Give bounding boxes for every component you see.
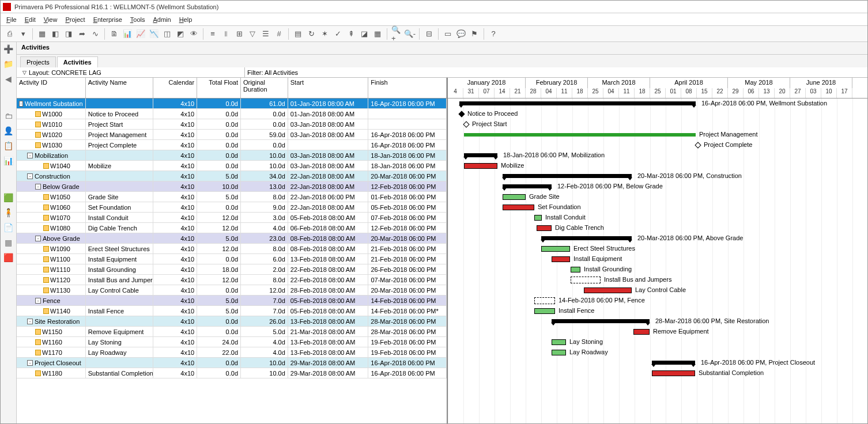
table-row[interactable]: W1130Lay Control Cable4x100.0d12.0d28-Fe… [17,285,447,296]
task-bar[interactable] [534,215,542,221]
bars-icon[interactable]: ≡ [207,28,218,40]
level-icon[interactable]: ⇞ [345,28,357,40]
table-row[interactable]: W1020Project Management4x100.0d59.0d03-J… [17,130,447,140]
summary-bar[interactable] [503,174,632,178]
file-icon[interactable]: 🗀 [3,111,14,122]
zoomin-icon[interactable]: 🔍+ [391,28,402,40]
task-bar[interactable] [652,370,695,376]
task-bar[interactable] [537,225,552,231]
task-bar[interactable] [571,267,580,272]
split-icon[interactable]: ⊟ [423,28,435,40]
summary-bar[interactable] [541,236,632,240]
sched-icon[interactable]: ▤ [292,28,304,40]
milestone-icon[interactable] [463,121,469,127]
back-icon[interactable]: ◀ [3,74,14,85]
table-row[interactable]: W1160Lay Stoning4x1024.0d4.0d13-Feb-2018… [17,337,447,347]
calc-icon[interactable]: ✶ [319,28,330,40]
menu-view[interactable]: View [44,16,58,23]
tab-projects[interactable]: Projects [20,56,56,67]
task-bar[interactable] [464,133,696,137]
menu-tools[interactable]: Tools [130,16,145,23]
preview-icon[interactable]: ▾ [17,28,29,40]
person-icon[interactable]: 🧍 [3,208,14,218]
table-row[interactable]: W1150Remove Equipment4x100.0d5.0d21-Mar-… [17,327,447,337]
layout-icon[interactable]: ◧ [50,28,61,40]
table-row[interactable]: W1180Substantial Completion4x100.0d10.0d… [17,368,447,378]
summary-bar[interactable] [503,184,552,188]
task-bar[interactable] [541,246,570,252]
grid2-icon[interactable]: ▦ [3,238,14,248]
table-row[interactable]: W1010Project Start4x100.0d0.0d03-Jan-201… [17,119,447,130]
col-total-float[interactable]: Total Float [197,78,241,98]
task-bar[interactable] [584,287,632,293]
table-row[interactable]: W1060Set Foundation4x100.0d9.0d22-Jan-20… [17,202,447,213]
chart4-icon[interactable]: ◫ [161,28,173,40]
table-row[interactable]: -Site Restoration4x100.0d26.0d13-Feb-201… [17,316,447,327]
user-icon[interactable]: 👤 [3,126,14,137]
task-bar[interactable] [552,339,566,345]
table-row[interactable]: W1030Project Complete4x100.0d0.0d16-Apr-… [17,140,447,150]
help-icon[interactable]: ? [488,28,499,40]
col-calendar[interactable]: Calendar [153,78,197,98]
note-icon[interactable]: ▭ [442,28,454,40]
summary-bar[interactable] [652,361,695,365]
table-row[interactable]: -Above Grade4x105.0d23.0d08-Feb-2018 08:… [17,233,447,244]
menu-edit[interactable]: Edit [25,16,36,23]
menu-help[interactable]: Help [179,16,193,23]
summary-bar[interactable] [552,319,650,323]
col-activity-name[interactable]: Activity Name [86,78,154,98]
table-row[interactable]: -Project Closeout4x100.0d10.0d29-Mar-201… [17,358,447,368]
filter-icon[interactable]: ▽ [247,28,258,40]
summary-bar[interactable] [464,153,497,157]
refresh-icon[interactable]: ↻ [305,28,317,40]
expand-icon[interactable]: - [35,184,41,190]
task-bar[interactable] [534,297,555,304]
res-icon[interactable]: ▦ [372,28,383,40]
expand-icon[interactable]: - [35,298,41,304]
zoomout-icon[interactable]: 🔍- [404,28,416,40]
milestone-icon[interactable] [458,111,465,117]
table-row[interactable]: W1070Install Conduit4x1012.0d3.0d05-Feb-… [17,213,447,223]
menu-file[interactable]: File [6,16,17,23]
filter-display[interactable]: Filter: All Activities [245,67,867,77]
flag-icon[interactable]: ⚑ [469,28,480,40]
table-row[interactable]: W1000Notice to Proceed4x100.0d0.0d01-Jan… [17,109,447,119]
doc-icon[interactable]: 🗎 [108,28,120,40]
task-bar[interactable] [503,194,526,200]
chart3-icon[interactable]: 📉 [148,28,160,40]
task-bar[interactable] [503,205,534,210]
table-row[interactable]: -Below Grade4x1010.0d13.0d22-Jan-2018 08… [17,181,447,192]
layout-selector[interactable]: ▽Layout: CONCRETE LAG [17,67,245,77]
col-orig-duration[interactable]: Original Duration [241,78,288,98]
menu-admin[interactable]: Admin [153,16,171,23]
col-activity-id[interactable]: Activity ID [17,78,86,98]
wbs-icon[interactable]: ◪ [358,28,370,40]
doc2-icon[interactable]: 📄 [3,223,14,233]
table-row[interactable]: W1100Install Equipment4x100.0d6.0d13-Feb… [17,254,447,264]
expand-icon[interactable]: - [27,319,33,324]
table-row[interactable]: W1170Lay Roadway4x1022.0d4.0d13-Feb-2018… [17,347,447,358]
expand-icon[interactable]: - [27,360,33,366]
spell-icon[interactable]: ✓ [332,28,344,40]
summary-bar[interactable] [459,101,696,105]
arrow-icon[interactable]: ➦ [76,28,88,40]
task-bar[interactable] [534,308,555,314]
task-bar[interactable] [633,329,650,335]
table-row[interactable]: W1080Dig Cable Trench4x1012.0d4.0d06-Feb… [17,223,447,233]
expand-icon[interactable]: - [27,173,33,179]
chat-icon[interactable]: 💬 [455,28,467,40]
table-row[interactable]: -Fence4x105.0d7.0d05-Feb-2018 08:00 AM14… [17,296,447,306]
table-row[interactable]: W1050Grade Site4x105.0d8.0d22-Jan-2018 0… [17,192,447,202]
table-row[interactable]: W1140Install Fence4x105.0d7.0d05-Feb-201… [17,306,447,316]
cols-icon[interactable]: ⫴ [220,28,232,40]
clipboard-icon[interactable]: 📋 [3,141,14,152]
add-icon[interactable]: ➕ [3,44,14,55]
chart5-icon[interactable]: ◩ [175,28,186,40]
chart2-icon[interactable]: 📈 [135,28,146,40]
grid-icon[interactable]: ▦ [36,28,48,40]
chart1-icon[interactable]: 📊 [122,28,133,40]
menu-project[interactable]: Project [65,16,85,23]
table-row[interactable]: -Construction4x105.0d34.0d22-Jan-2018 08… [17,171,447,181]
expand-icon[interactable]: - [27,153,33,158]
task-bar[interactable] [552,256,570,262]
